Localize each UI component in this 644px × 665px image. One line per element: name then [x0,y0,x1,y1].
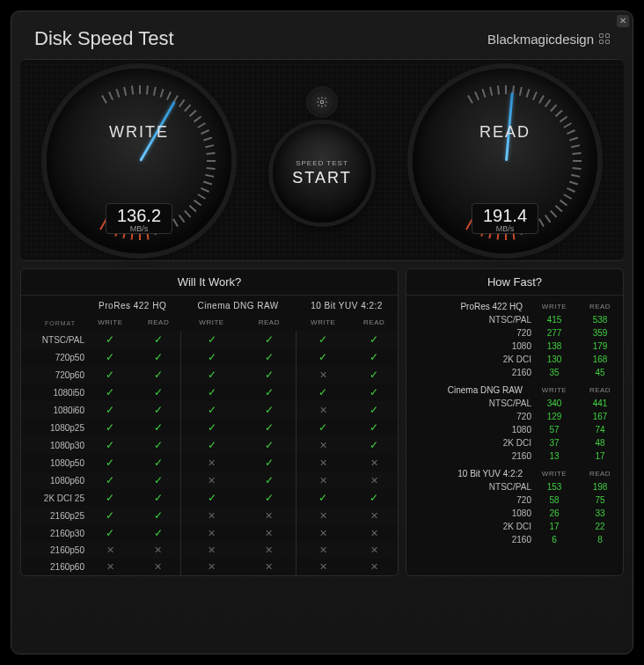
col-read: READ [577,296,623,313]
table-row: 720277359 [406,326,623,340]
close-icon[interactable]: ✕ [617,15,629,27]
format-label: 1080 [406,340,531,353]
check-icon: ✓ [154,333,163,346]
check-icon: ✓ [370,333,378,346]
check-icon: ✓ [370,421,378,434]
check-icon: ✓ [265,386,274,398]
check-icon: ✓ [208,369,216,381]
col-write: WRITE [531,463,577,480]
col-read: READ [136,314,180,331]
read-fps: 75 [577,493,623,507]
codec-header: Cinema DNG RAW [180,296,296,314]
check-icon: ✓ [318,351,327,363]
format-label: 2K DCI 25 [21,489,84,507]
table-row: 1080p30✓✓✓✓✕✓ [21,436,398,454]
table-row: 1080i60✓✓✓✓✕✓ [21,401,398,419]
format-label: 720 [406,493,531,507]
table-row: 720p50✓✓✓✓✓✓ [21,348,398,366]
check-icon: ✓ [154,474,163,486]
table-row: 2K DCI3748 [406,436,623,449]
format-label: 2K DCI [406,436,531,449]
read-gauge: READ 191.4 MB/s [413,69,597,253]
cross-icon: ✕ [106,561,114,572]
check-icon: ✓ [106,404,114,416]
table-row: 10805774 [406,423,623,436]
check-icon: ✓ [370,351,378,363]
gear-icon[interactable] [309,89,335,115]
col-write: WRITE [84,314,136,331]
read-fps: 198 [577,480,623,493]
check-icon: ✓ [154,492,163,504]
cross-icon: ✕ [208,561,216,572]
read-fps: 17 [577,449,623,463]
gauges-panel: WRITE 136.2 MB/s SPEED TEST START READ [20,59,624,261]
format-label: 2K DCI [406,353,531,366]
check-icon: ✓ [154,509,163,522]
write-fps: 6 [531,533,577,546]
cross-icon: ✕ [370,510,378,521]
check-icon: ✓ [154,386,163,398]
table-row: NTSC/PAL340441 [406,397,623,410]
check-icon: ✓ [370,369,378,381]
check-icon: ✓ [318,492,327,504]
table-row: 1080i50✓✓✓✓✓✓ [21,384,398,401]
tables-row: Will It Work? ProRes 422 HQCinema DNG RA… [11,261,633,585]
write-fps: 26 [531,507,577,520]
read-value: 191.4 [483,206,527,226]
will-title: Will It Work? [21,269,398,296]
check-icon: ✓ [106,492,114,504]
start-subtitle: SPEED TEST [296,159,348,167]
table-row: 10802633 [406,507,623,520]
cross-icon: ✕ [319,369,327,380]
check-icon: ✓ [154,421,163,434]
check-icon: ✓ [106,527,114,539]
check-icon: ✓ [265,351,274,363]
read-fps: 441 [577,397,623,410]
table-row: NTSC/PAL153198 [406,480,623,493]
codec-name: Cinema DNG RAW [406,379,531,397]
cross-icon: ✕ [265,561,273,572]
check-icon: ✓ [106,457,114,469]
format-label: NTSC/PAL [406,313,531,326]
table-row: 2K DCI130168 [406,353,623,366]
header: Disk Speed Test Blackmagicdesign [11,11,633,59]
table-row: NTSC/PAL✓✓✓✓✓✓ [21,331,398,348]
col-read: READ [350,314,398,331]
check-icon: ✓ [154,369,163,381]
table-row: NTSC/PAL415538 [406,313,623,326]
check-icon: ✓ [265,457,274,469]
format-label: 720 [406,326,531,340]
read-readout: 191.4 MB/s [472,203,538,234]
app-window: ✕ Disk Speed Test Blackmagicdesign WRITE… [11,11,633,654]
table-row: 2160p30✓✓✕✕✕✕ [21,524,398,542]
check-icon: ✓ [208,351,216,363]
write-fps: 58 [531,493,577,507]
will-table: ProRes 422 HQCinema DNG RAW10 Bit YUV 4:… [21,296,398,575]
table-row: 2160p25✓✓✕✕✕✕ [21,507,398,524]
read-fps: 179 [577,340,623,353]
col-write: WRITE [531,296,577,313]
check-icon: ✓ [318,386,327,398]
col-write: WRITE [296,314,350,331]
cross-icon: ✕ [265,510,273,521]
cross-icon: ✕ [319,475,327,486]
start-label: START [292,169,351,187]
format-label: 2160 [406,533,531,546]
cross-icon: ✕ [265,528,273,538]
brand-logo: Blackmagicdesign [487,32,610,47]
format-label: 2160p30 [21,524,84,542]
start-button[interactable]: SPEED TEST START [273,124,371,223]
write-fps: 277 [531,326,577,340]
check-icon: ✓ [265,333,274,346]
cross-icon: ✕ [370,475,378,486]
table-row: 2K DCI1722 [406,520,623,533]
cross-icon: ✕ [154,544,162,555]
table-row: 2160p60✕✕✕✕✕✕ [21,559,398,575]
read-fps: 538 [577,313,623,326]
read-fps: 33 [577,507,623,520]
check-icon: ✓ [208,386,216,398]
fast-section-header: 10 Bit YUV 4:2:2WRITEREAD [406,463,623,480]
read-fps: 359 [577,326,623,340]
read-fps: 8 [577,533,623,546]
cross-icon: ✕ [208,457,216,468]
